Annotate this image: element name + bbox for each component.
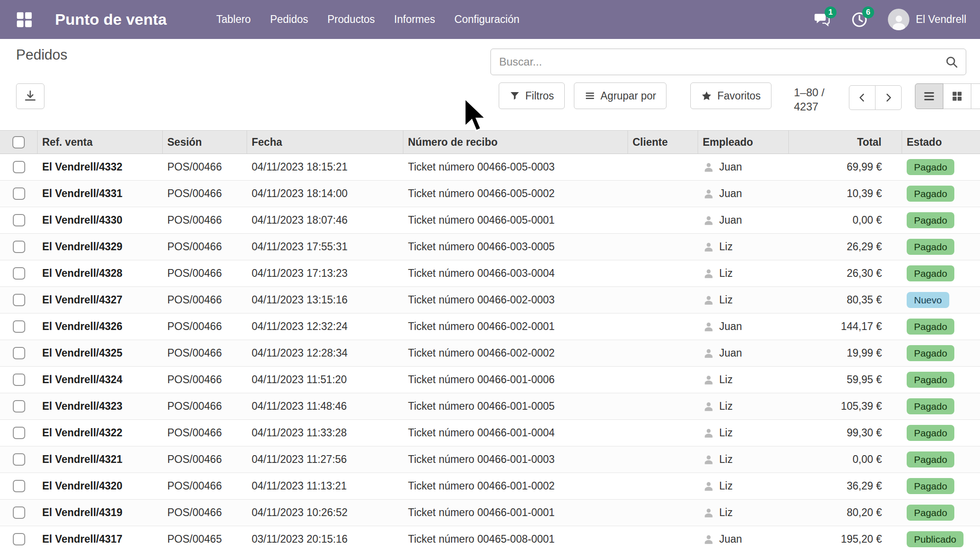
menu-tablero[interactable]: Tablero [216,13,251,26]
order-receipt-number: Ticket número 00465-008-0001 [403,533,628,545]
orders-table: Ref. venta Sesión Fecha Número de recibo… [0,130,980,550]
order-ref: El Vendrell/4322 [38,427,163,439]
row-checkbox[interactable] [13,320,25,333]
apps-menu-button[interactable] [14,9,35,30]
favorites-button[interactable]: Favoritos [690,82,771,109]
table-row[interactable]: El Vendrell/4321 POS/00466 04/11/2023 11… [0,446,980,473]
messages-button[interactable]: 1 [813,11,831,29]
header-ref-venta[interactable]: Ref. venta [38,131,163,154]
order-employee: Liz [698,241,789,253]
order-employee: Liz [698,480,789,492]
order-total: 80,20 € [789,506,902,519]
menu-configuracion[interactable]: Configuración [454,13,519,26]
row-checkbox[interactable] [13,187,25,200]
person-icon [703,454,715,466]
order-total: 19,99 € [789,347,902,359]
table-row[interactable]: El Vendrell/4329 POS/00466 04/11/2023 17… [0,234,980,260]
pager-previous-button[interactable] [849,85,875,110]
table-row[interactable]: El Vendrell/4328 POS/00466 04/11/2023 17… [0,260,980,287]
table-row[interactable]: El Vendrell/4330 POS/00466 04/11/2023 18… [0,207,980,234]
row-checkbox[interactable] [13,506,25,519]
order-session: POS/00466 [163,480,247,492]
header-sesion[interactable]: Sesión [163,131,247,154]
select-all-checkbox[interactable] [12,136,25,148]
search-icon[interactable] [945,55,958,69]
table-row[interactable]: El Vendrell/4332 POS/00466 04/11/2023 18… [0,154,980,181]
app-title[interactable]: Punto de venta [55,11,167,28]
order-receipt-number: Ticket número 00466-002-0003 [403,294,628,306]
header-total[interactable]: Total [789,131,902,154]
table-row[interactable]: El Vendrell/4320 POS/00466 04/11/2023 11… [0,473,980,500]
table-row[interactable]: El Vendrell/4325 POS/00466 04/11/2023 12… [0,340,980,367]
header-fecha[interactable]: Fecha [247,131,403,154]
header-empleado[interactable]: Empleado [698,131,789,154]
row-checkbox[interactable] [13,480,25,492]
order-receipt-number: Ticket número 00466-005-0002 [403,187,628,200]
pager-next-button[interactable] [875,85,902,110]
menu-informes[interactable]: Informes [394,13,435,26]
header-estado[interactable]: Estado [902,131,980,154]
row-checkbox[interactable] [13,241,25,253]
order-date: 04/11/2023 11:48:46 [247,400,403,412]
row-checkbox[interactable] [13,453,25,466]
header-numero-recibo[interactable]: Número de recibo [403,131,628,154]
status-badge: Pagado [907,478,954,494]
mouse-cursor [463,97,487,134]
row-checkbox[interactable] [13,294,25,306]
user-menu[interactable]: El Vendrell [888,9,966,30]
menu-pedidos[interactable]: Pedidos [270,13,308,26]
order-employee: Liz [698,453,789,466]
order-session: POS/00466 [163,241,247,253]
row-checkbox[interactable] [13,533,25,545]
export-download-button[interactable] [16,83,44,109]
search-input[interactable] [498,55,945,69]
order-total: 195,20 € [789,533,902,545]
row-checkbox[interactable] [13,374,25,386]
table-row[interactable]: El Vendrell/4317 POS/00465 03/11/2023 20… [0,526,980,550]
table-row[interactable]: El Vendrell/4326 POS/00466 04/11/2023 12… [0,314,980,340]
person-icon [703,268,715,280]
person-icon [703,161,715,173]
row-checkbox[interactable] [13,161,25,173]
group-by-button[interactable]: Agrupar por [574,82,666,109]
table-row[interactable]: El Vendrell/4322 POS/00466 04/11/2023 11… [0,420,980,446]
person-icon [703,374,715,386]
menu-productos[interactable]: Productos [327,13,375,26]
top-navbar: Punto de venta Tablero Pedidos Productos… [0,0,980,39]
table-row[interactable]: El Vendrell/4331 POS/00466 04/11/2023 18… [0,181,980,207]
table-row[interactable]: El Vendrell/4324 POS/00466 04/11/2023 11… [0,367,980,393]
row-checkbox-cell [0,506,38,519]
filters-button[interactable]: Filtros [499,82,565,109]
row-checkbox[interactable] [13,427,25,439]
status-badge: Pagado [907,451,954,468]
status-badge: Pagado [907,319,954,335]
group-by-label: Agrupar por [600,90,656,102]
table-row[interactable]: El Vendrell/4327 POS/00466 04/11/2023 13… [0,287,980,314]
order-state-cell: Publicado [902,531,980,547]
order-receipt-number: Ticket número 00466-001-0002 [403,480,628,492]
status-badge: Pagado [907,159,954,175]
row-checkbox[interactable] [13,347,25,359]
person-icon [703,241,715,253]
status-badge: Nuevo [907,292,949,308]
row-checkbox-cell [0,187,38,200]
table-row[interactable]: El Vendrell/4323 POS/00466 04/11/2023 11… [0,393,980,420]
chevron-right-icon [883,93,893,103]
table-row[interactable]: El Vendrell/4319 POS/00466 04/11/2023 10… [0,500,980,526]
row-checkbox-cell [0,480,38,492]
order-total: 0,00 € [789,453,902,466]
order-total: 0,00 € [789,214,902,226]
activities-button[interactable]: 6 [850,11,869,29]
row-checkbox[interactable] [13,214,25,226]
header-cliente[interactable]: Cliente [628,131,698,154]
row-checkbox[interactable] [13,267,25,280]
order-ref: El Vendrell/4319 [38,506,163,519]
row-checkbox[interactable] [13,400,25,412]
pivot-view-button[interactable] [971,83,980,109]
order-employee: Liz [698,427,789,439]
person-icon [703,401,715,412]
list-view-button[interactable] [915,83,943,109]
kanban-view-button[interactable] [943,83,971,109]
order-date: 04/11/2023 17:13:23 [247,267,403,280]
select-all-checkbox-cell [0,131,38,154]
